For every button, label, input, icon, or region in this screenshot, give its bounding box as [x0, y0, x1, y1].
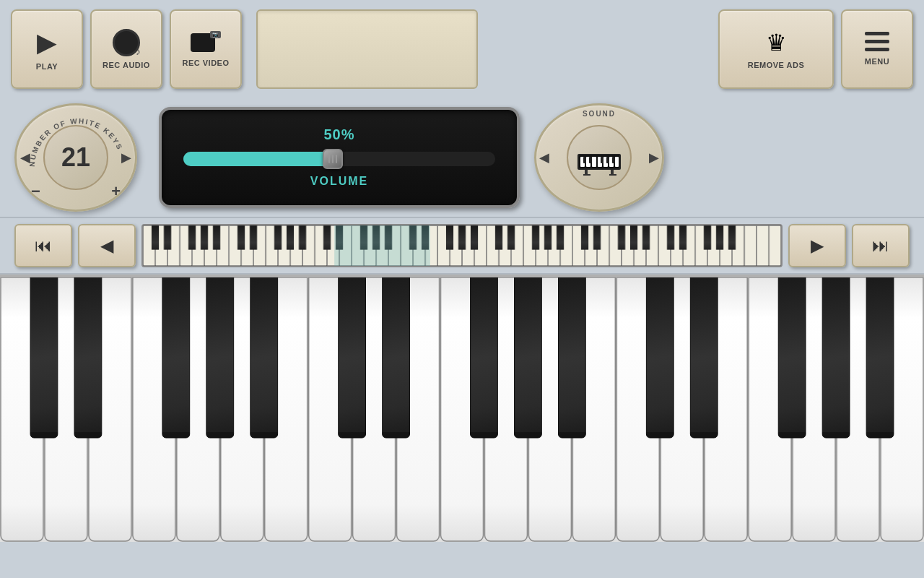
back-button[interactable]: ◀	[78, 224, 136, 267]
play-label: PLAY	[36, 62, 58, 71]
forward-button[interactable]: ▶	[788, 224, 846, 267]
knob-outer: NUMBER OF WHITE KEYS 21 − + ◀ ▶	[14, 103, 137, 212]
remove-ads-label: REMOVE ADS	[748, 61, 805, 69]
menu-label: MENU	[865, 57, 889, 66]
svg-rect-14	[612, 157, 615, 163]
svg-rect-18	[609, 174, 616, 176]
rec-audio-icon	[113, 29, 140, 56]
svg-rect-13	[606, 157, 609, 163]
menu-button[interactable]: MENU	[841, 9, 913, 89]
play-button[interactable]: ▶ PLAY	[11, 9, 83, 89]
nav-bar: ⏮ ◀ ▶ ⏭	[0, 217, 924, 275]
middle-bar: NUMBER OF WHITE KEYS 21 − + ◀ ▶ 50%	[0, 98, 924, 217]
sound-label: SOUND	[583, 110, 616, 118]
white-keys-knob[interactable]: NUMBER OF WHITE KEYS 21 − + ◀ ▶	[14, 103, 144, 212]
knob-minus-button[interactable]: −	[31, 182, 40, 201]
svg-rect-9	[615, 157, 619, 167]
svg-rect-11	[589, 157, 592, 163]
mini-keyboard	[141, 224, 783, 267]
remove-ads-button[interactable]: ♛ REMOVE ADS	[718, 9, 834, 89]
skip-forward-button[interactable]: ⏭	[852, 224, 910, 267]
knob-plus-button[interactable]: +	[111, 182, 121, 201]
knob-right-arrow[interactable]: ▶	[121, 150, 131, 165]
slider-thumb-lines	[328, 155, 337, 163]
play-icon: ▶	[37, 27, 57, 58]
sound-right-button[interactable]: ▶	[649, 150, 659, 165]
crown-icon: ♛	[766, 29, 787, 56]
top-bar: ▶ PLAY REC AUDIO 📷 REC VIDEO ♛ REMOVE AD…	[0, 0, 924, 98]
piano-keyboard[interactable]	[0, 277, 924, 545]
sound-knob-outer: SOUND	[534, 103, 664, 212]
svg-rect-17	[583, 174, 590, 176]
rec-video-label: REC VIDEO	[182, 59, 229, 67]
rec-audio-label: REC AUDIO	[103, 61, 150, 69]
volume-slider[interactable]	[183, 152, 495, 166]
rec-video-icon: 📷	[191, 31, 221, 54]
sound-knob[interactable]: SOUND	[534, 103, 679, 212]
volume-percent: 50%	[323, 126, 354, 143]
hamburger-icon	[865, 32, 889, 51]
piano-container	[0, 275, 924, 542]
sound-left-button[interactable]: ◀	[539, 150, 549, 165]
sound-knob-center	[567, 125, 632, 190]
piano-icon	[574, 139, 624, 176]
rec-audio-button[interactable]: REC AUDIO	[90, 9, 162, 89]
volume-label: VOLUME	[310, 175, 368, 188]
svg-rect-10	[583, 157, 586, 163]
svg-text:NUMBER OF WHITE KEYS: NUMBER OF WHITE KEYS	[28, 116, 124, 166]
volume-container: 50% VOLUME	[159, 107, 520, 208]
slider-thumb[interactable]	[323, 149, 343, 169]
knob-left-arrow[interactable]: ◀	[20, 150, 30, 165]
skip-back-button[interactable]: ⏮	[14, 224, 72, 267]
ad-space	[256, 9, 478, 89]
svg-rect-5	[592, 157, 596, 167]
rec-video-button[interactable]: 📷 REC VIDEO	[170, 9, 242, 89]
svg-rect-12	[601, 157, 603, 163]
